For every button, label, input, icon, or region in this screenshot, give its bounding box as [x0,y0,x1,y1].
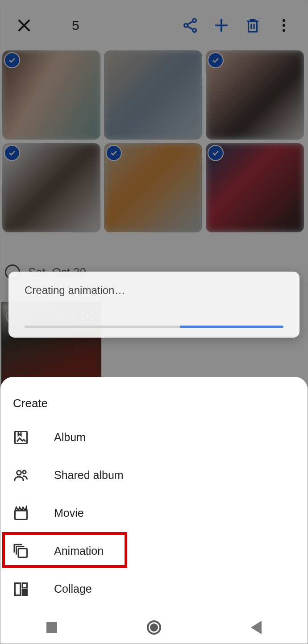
trash-icon[interactable] [237,10,268,41]
selected-check-icon [106,145,122,161]
svg-rect-11 [15,583,21,595]
svg-rect-12 [22,583,27,588]
collage-icon [13,581,29,597]
animation-icon [13,543,29,559]
selected-check-icon [208,52,224,68]
svg-rect-13 [22,590,27,595]
photo-thumbnail[interactable] [206,143,304,232]
sheet-title: Create [0,396,308,418]
photo-thumbnail[interactable] [2,50,100,140]
photo-thumbnail[interactable] [104,143,202,232]
overflow-menu-icon[interactable] [268,10,300,41]
progress-bar [25,326,283,328]
menu-label: Animation [54,545,104,557]
svg-point-5 [283,29,285,32]
selected-check-icon [208,145,224,161]
selection-appbar: 5 [0,0,308,50]
photo-thumbnail[interactable] [2,143,100,232]
svg-point-2 [193,29,196,32]
add-icon[interactable] [206,10,237,41]
menu-item-collage[interactable]: Collage [0,570,308,608]
menu-item-shared-album[interactable]: Shared album [0,456,308,494]
menu-label: Collage [54,582,92,595]
progress-toast: Creating animation… [8,272,300,338]
share-icon[interactable] [175,10,206,41]
svg-point-7 [17,471,21,475]
menu-item-animation[interactable]: Animation [0,532,308,570]
close-icon[interactable] [8,10,40,41]
selected-check-icon [4,52,20,68]
svg-point-8 [23,470,26,473]
selection-count: 5 [72,18,79,33]
photo-thumbnail[interactable] [104,50,202,140]
menu-label: Movie [54,507,84,520]
selected-check-icon [4,145,20,161]
menu-label: Album [54,431,86,444]
menu-item-movie[interactable]: Movie [0,494,308,532]
album-icon [13,429,29,446]
svg-rect-9 [15,511,27,520]
toast-message: Creating animation… [25,284,283,297]
svg-point-0 [193,19,196,22]
svg-point-1 [184,24,188,27]
svg-point-3 [283,19,285,22]
svg-point-4 [283,24,285,27]
menu-item-album[interactable]: Album [0,418,308,456]
svg-rect-10 [18,549,27,557]
create-bottom-sheet: Create Album Shared album Movie Animatio… [0,377,308,644]
photo-thumbnail[interactable] [206,50,304,140]
shared-album-icon [13,467,29,483]
movie-icon [13,505,29,521]
system-nav-bar [0,611,308,644]
nav-back-button[interactable] [247,619,265,636]
nav-home-button[interactable] [145,619,163,636]
menu-label: Shared album [54,469,124,482]
nav-recent-button[interactable] [43,619,61,636]
